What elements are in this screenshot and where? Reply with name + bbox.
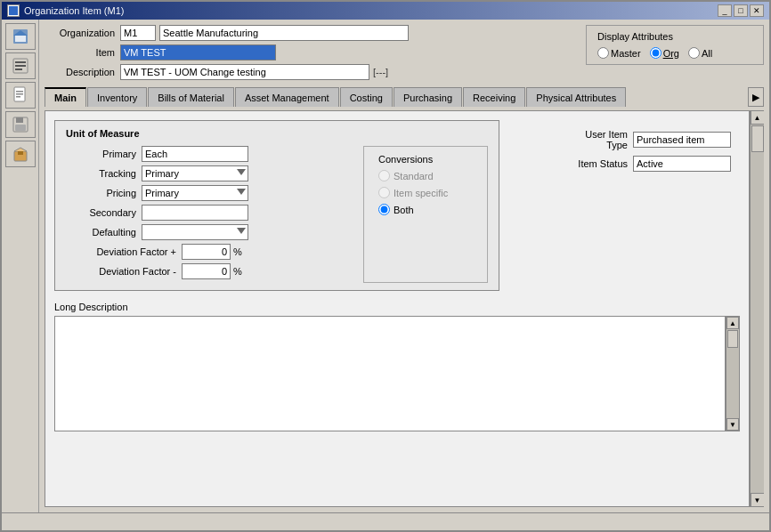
long-desc-section: Long Description ▲ ▼: [54, 302, 740, 431]
pricing-label: Pricing: [66, 188, 142, 198]
tab-purchasing[interactable]: Purchasing: [394, 87, 462, 107]
tab-asset[interactable]: Asset Management: [235, 87, 339, 107]
nav-save-button[interactable]: [5, 111, 36, 138]
close-button[interactable]: ✕: [750, 4, 764, 17]
maximize-button[interactable]: □: [734, 4, 748, 17]
org-code-input[interactable]: [120, 25, 156, 41]
tracking-label: Tracking: [66, 168, 142, 179]
tab-receiving[interactable]: Receiving: [463, 87, 525, 107]
pricing-select[interactable]: Primary: [142, 185, 248, 201]
nav-list-button[interactable]: [5, 52, 36, 79]
dev-minus-label: Deviation Factor -: [66, 266, 182, 277]
scroll-thumb[interactable]: [751, 125, 764, 152]
svg-rect-6: [15, 65, 26, 67]
svg-rect-16: [18, 151, 23, 155]
svg-rect-7: [15, 69, 22, 70]
secondary-label: Secondary: [66, 207, 142, 218]
right-fields: User Item Type Item Status: [562, 129, 731, 177]
org-label: Organization: [45, 28, 120, 38]
org-name-input[interactable]: [159, 25, 409, 41]
dev-plus-pct: %: [233, 246, 242, 257]
textarea-scroll-down[interactable]: ▼: [726, 418, 739, 431]
tab-content-main: Unit of Measure Primary Tracking: [45, 110, 750, 507]
conv-both[interactable]: Both: [378, 204, 473, 215]
left-toolbar: [2, 20, 39, 512]
display-attrs-title: Display Attributes: [597, 31, 752, 42]
item-input[interactable]: [120, 44, 276, 60]
radio-org[interactable]: Org: [650, 47, 679, 59]
display-attrs-box: Display Attributes Master Org All: [586, 25, 764, 65]
long-desc-textarea[interactable]: [54, 316, 726, 431]
svg-rect-0: [9, 6, 18, 15]
conversions-box: Conversions Standard Item specific: [363, 146, 488, 283]
desc-label: Description: [45, 67, 120, 77]
tab-costing[interactable]: Costing: [340, 87, 393, 107]
main-scrollbar[interactable]: ▲ ▼: [750, 110, 764, 507]
radio-all[interactable]: All: [688, 47, 712, 59]
tab-inventory[interactable]: Inventory: [87, 87, 147, 107]
window-icon: [7, 4, 20, 17]
desc-input[interactable]: [120, 64, 369, 80]
defaulting-label: Defaulting: [66, 227, 142, 238]
scroll-down-btn[interactable]: ▼: [751, 493, 765, 507]
item-label: Item: [45, 47, 120, 58]
secondary-input[interactable]: [142, 205, 248, 221]
tab-bom[interactable]: Bills of Material: [148, 87, 234, 107]
item-status-input[interactable]: [633, 156, 731, 172]
nav-doc-button[interactable]: [5, 82, 36, 109]
scroll-track: [751, 125, 764, 493]
nav-box-button[interactable]: [5, 141, 36, 167]
conv-standard[interactable]: Standard: [378, 170, 473, 181]
item-status-label: Item Status: [562, 158, 633, 169]
radio-master[interactable]: Master: [597, 47, 641, 59]
status-bar: [2, 512, 769, 530]
svg-rect-9: [16, 91, 23, 93]
dev-minus-input[interactable]: [182, 263, 231, 279]
svg-rect-11: [16, 96, 20, 98]
tabs-scroll-right[interactable]: ▶: [748, 87, 764, 107]
dev-plus-label: Deviation Factor +: [66, 246, 182, 257]
window-title: Organization Item (M1): [24, 5, 124, 16]
svg-rect-5: [15, 61, 26, 63]
dev-plus-input[interactable]: [182, 244, 231, 260]
scroll-up-btn[interactable]: ▲: [751, 110, 765, 125]
bracket-label: [---]: [373, 67, 388, 77]
svg-rect-14: [15, 125, 26, 131]
conv-item-specific[interactable]: Item specific: [378, 187, 473, 198]
svg-rect-13: [16, 117, 23, 123]
primary-label: Primary: [66, 149, 142, 159]
uom-section: Unit of Measure Primary Tracking: [54, 120, 499, 291]
defaulting-select[interactable]: [142, 224, 248, 240]
primary-input[interactable]: [142, 146, 248, 162]
long-desc-title: Long Description: [54, 302, 740, 312]
title-bar: Organization Item (M1) _ □ ✕: [2, 2, 769, 20]
minimize-button[interactable]: _: [718, 4, 732, 17]
tracking-select[interactable]: Primary: [142, 165, 248, 181]
nav-home-button[interactable]: [5, 23, 36, 50]
uom-title: Unit of Measure: [66, 128, 488, 139]
textarea-scroll-up[interactable]: ▲: [726, 317, 739, 329]
user-item-type-input[interactable]: [633, 132, 731, 148]
svg-rect-10: [16, 93, 23, 95]
conv-title: Conversions: [378, 154, 473, 165]
svg-rect-2: [15, 35, 26, 42]
user-item-type-label: User Item Type: [562, 129, 633, 150]
tab-main[interactable]: Main: [45, 87, 86, 107]
dev-minus-pct: %: [233, 266, 242, 277]
tab-physical[interactable]: Physical Attributes: [526, 87, 626, 107]
